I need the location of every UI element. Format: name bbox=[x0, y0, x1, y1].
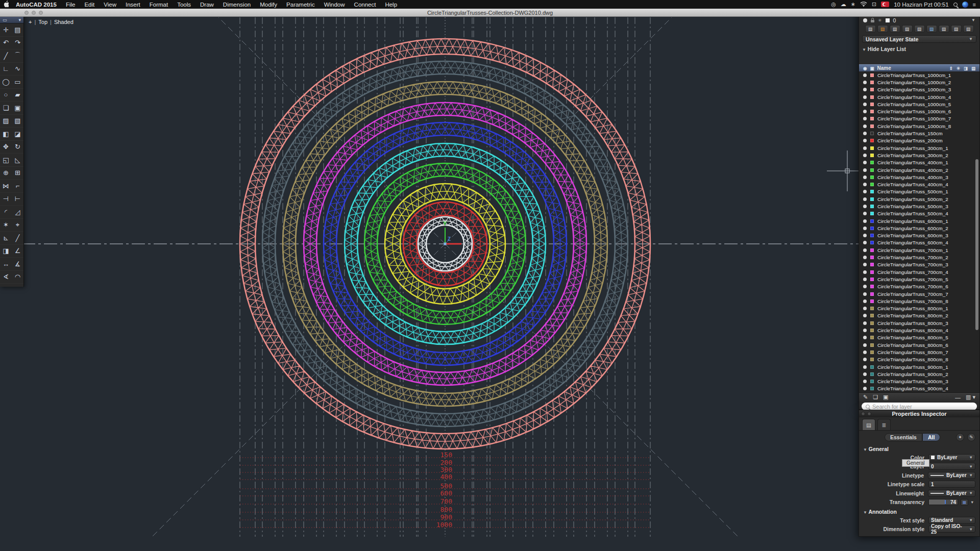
layer-color-swatch[interactable] bbox=[870, 212, 874, 215]
layer-color-swatch[interactable] bbox=[870, 103, 874, 106]
name-column-header[interactable]: Name bbox=[877, 65, 891, 71]
copy-object-tool-icon[interactable]: ⊕ bbox=[0, 167, 12, 180]
eye-icon[interactable] bbox=[863, 161, 867, 164]
current-layer-swatch[interactable] bbox=[886, 18, 890, 22]
eye-icon[interactable] bbox=[863, 314, 867, 317]
layer-row[interactable]: CircleTriangularTruss_800cm_8 bbox=[859, 356, 979, 363]
polyline-edit-tool-icon[interactable]: ⌐ bbox=[12, 180, 23, 193]
layer-row[interactable]: CircleTriangularTruss_700cm_1 bbox=[859, 246, 979, 254]
lineweight-dropdown[interactable]: ByLayer▼ bbox=[928, 490, 975, 497]
merge-layer-button[interactable]: ▤ bbox=[902, 25, 913, 33]
layer-dropdown[interactable]: 0▼ bbox=[928, 463, 975, 470]
layer-row[interactable]: CircleTriangularTruss_800cm_1 bbox=[859, 305, 979, 312]
layer-color-swatch[interactable] bbox=[870, 117, 874, 120]
layer-row[interactable]: CircleTriangularTruss_800cm_4 bbox=[859, 327, 979, 334]
window-title-bar[interactable]: CircleTriangularTrusses-Collection-DWG20… bbox=[0, 9, 980, 17]
eye-icon[interactable] bbox=[863, 88, 867, 91]
eye-icon[interactable] bbox=[863, 95, 867, 99]
layer-color-swatch[interactable] bbox=[870, 270, 874, 274]
layer-color-swatch[interactable] bbox=[870, 256, 874, 259]
linetype-scale-field[interactable]: 1 bbox=[928, 481, 975, 488]
layer-row[interactable]: CircleTriangularTruss_300cm_2 bbox=[859, 152, 979, 159]
circle-tool-icon[interactable]: ◯ bbox=[0, 76, 12, 89]
viewport-menu-button[interactable]: + bbox=[29, 19, 32, 25]
freeze-icon[interactable]: ✳ bbox=[878, 18, 882, 23]
dim-linear-tool-icon[interactable]: ⊾ bbox=[0, 232, 12, 245]
layer-row[interactable]: CircleTriangularTruss_400cm_3 bbox=[859, 173, 979, 181]
layer-color-swatch[interactable] bbox=[870, 95, 874, 99]
sheet-tool-icon[interactable]: ▤ bbox=[12, 23, 23, 37]
layer-list-scrollbar[interactable] bbox=[975, 159, 978, 330]
layer-row[interactable]: CircleTriangularTruss_600cm_4 bbox=[859, 239, 979, 246]
delete-layer-button[interactable]: ▤ bbox=[877, 25, 888, 33]
viewport-view-button[interactable]: Top bbox=[38, 19, 47, 25]
mirror-tool-icon[interactable]: ⋈ bbox=[0, 180, 12, 193]
layer-color-swatch[interactable] bbox=[870, 329, 874, 332]
transparency-swatch-button[interactable]: ▦ bbox=[961, 499, 968, 506]
layer-visibility-icon[interactable] bbox=[863, 18, 867, 22]
constraint-lock-tool-icon[interactable]: ◨ bbox=[0, 245, 12, 258]
trim-tool-icon[interactable]: ⊣ bbox=[0, 193, 12, 206]
chevron-down-icon[interactable]: ▼ bbox=[971, 18, 975, 22]
eye-icon[interactable] bbox=[863, 117, 867, 120]
new-group-filter-button[interactable]: ▣ bbox=[883, 394, 888, 400]
eye-icon[interactable] bbox=[863, 248, 867, 252]
eraser-tool-icon[interactable]: ◪ bbox=[12, 128, 23, 141]
gradient-tool-icon[interactable]: ▧ bbox=[12, 115, 23, 128]
layer-color-swatch[interactable] bbox=[870, 278, 874, 281]
ellipse-tool-icon[interactable]: ○ bbox=[0, 89, 12, 102]
array-tool-icon[interactable]: ⊞ bbox=[12, 167, 23, 180]
line-tool-icon[interactable]: ╱ bbox=[0, 49, 12, 63]
eye-icon[interactable] bbox=[863, 146, 867, 150]
window-close-button[interactable] bbox=[24, 11, 29, 15]
eye-icon[interactable] bbox=[863, 285, 867, 288]
layer-row[interactable]: CircleTriangularTruss_1000cm_4 bbox=[859, 93, 979, 101]
translate-layer-button[interactable]: ▤ bbox=[914, 25, 925, 33]
copy-tool-icon[interactable]: ❏ bbox=[0, 102, 12, 115]
fillet-tool-icon[interactable]: ◜ bbox=[0, 206, 12, 219]
layer-color-swatch[interactable] bbox=[870, 365, 874, 369]
layer-row[interactable]: CircleTriangularTruss_1000cm_7 bbox=[859, 115, 979, 122]
palette-mode-bar[interactable]: ▭ ▾ bbox=[0, 16, 23, 23]
layer-color-swatch[interactable] bbox=[870, 350, 874, 354]
layer-row[interactable]: CircleTriangularTruss_1000cm_8 bbox=[859, 122, 979, 130]
eye-icon[interactable] bbox=[863, 256, 867, 259]
layer-row[interactable]: CircleTriangularTruss_1000cm_3 bbox=[859, 86, 979, 93]
eye-icon[interactable] bbox=[863, 372, 867, 376]
layer-row[interactable]: CircleTriangularTruss_700cm_5 bbox=[859, 276, 979, 283]
annotation-section-header[interactable]: ▼ Annotation bbox=[859, 507, 979, 516]
eye-icon[interactable] bbox=[863, 380, 867, 383]
layer-row[interactable]: CircleTriangularTruss_400cm_2 bbox=[859, 166, 979, 173]
layer-color-swatch[interactable] bbox=[870, 154, 874, 157]
arc-tool-icon[interactable]: ⌒ bbox=[12, 49, 23, 63]
eye-icon[interactable] bbox=[863, 212, 867, 215]
explode-tool-icon[interactable]: ✶ bbox=[0, 219, 12, 232]
duplicate-layer-button[interactable]: ▤ bbox=[890, 25, 900, 33]
tab-properties[interactable]: ▤ bbox=[862, 419, 875, 430]
scale-tool-icon[interactable]: ◱ bbox=[0, 154, 12, 167]
layer-color-swatch[interactable] bbox=[870, 358, 874, 361]
remove-layer-button[interactable]: — bbox=[955, 394, 961, 400]
block-tool-icon[interactable]: ▣ bbox=[12, 102, 23, 115]
chamfer-tool-icon[interactable]: ◿ bbox=[12, 206, 23, 219]
selection-tool-icon[interactable]: ✛ bbox=[0, 23, 12, 37]
layer-row[interactable]: CircleTriangularTruss_700cm_3 bbox=[859, 261, 979, 268]
eye-icon[interactable] bbox=[863, 278, 867, 281]
drawing-canvas[interactable]: 1502003004005006007008009001000YZ bbox=[0, 0, 980, 551]
general-section-header[interactable]: ▼ General bbox=[859, 444, 979, 453]
eye-icon[interactable] bbox=[863, 227, 867, 230]
layer-color-swatch[interactable] bbox=[870, 176, 874, 179]
layer-color-swatch[interactable] bbox=[870, 285, 874, 288]
polyline-tool-icon[interactable]: ∟ bbox=[0, 63, 12, 76]
layer-color-swatch[interactable] bbox=[870, 190, 874, 193]
dim-arc-tool-icon[interactable]: ◠ bbox=[12, 271, 23, 284]
layer-color-swatch[interactable] bbox=[870, 292, 874, 296]
layer-color-swatch[interactable] bbox=[870, 124, 874, 128]
dim-horizontal-tool-icon[interactable]: ↔ bbox=[0, 258, 12, 271]
current-layer-row[interactable]: ✳ 0 ▼ bbox=[859, 16, 979, 24]
eye-icon[interactable] bbox=[863, 110, 867, 113]
eye-icon[interactable] bbox=[863, 205, 867, 208]
layer-row[interactable]: CircleTriangularTruss_150cm bbox=[859, 130, 979, 137]
dim-slope-tool-icon[interactable]: ∡ bbox=[12, 258, 23, 271]
eye-icon[interactable] bbox=[863, 241, 867, 244]
